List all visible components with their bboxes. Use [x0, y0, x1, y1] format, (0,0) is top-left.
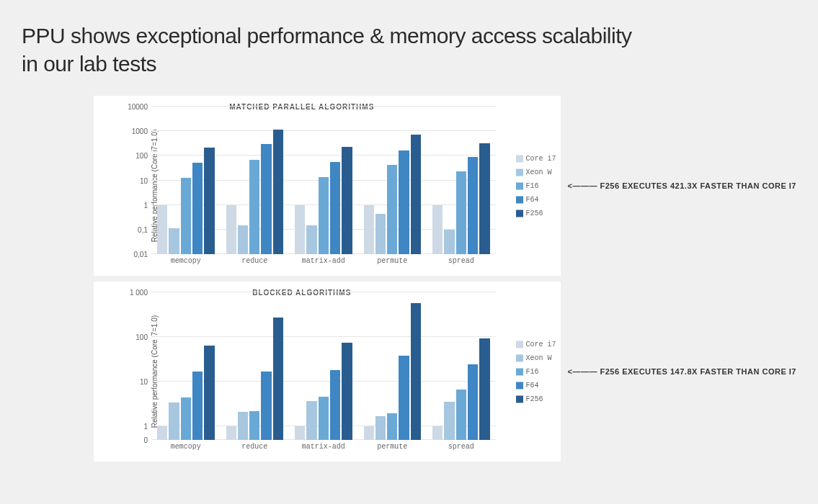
- bar: [468, 157, 478, 254]
- bar: [330, 370, 340, 440]
- legend: Core i7Xeon WF16F64F256: [516, 155, 556, 217]
- bar: [295, 205, 305, 254]
- x-tick-label: reduce: [221, 440, 290, 451]
- bar: [364, 205, 374, 254]
- legend-label: F256: [526, 210, 543, 217]
- bar-groups: memcopyreducematrix-addpermutespread: [151, 292, 496, 440]
- legend-item: F64: [516, 382, 556, 390]
- legend-swatch: [516, 168, 523, 176]
- legend-swatch: [516, 395, 523, 402]
- bar: [399, 150, 409, 254]
- chart-annotation: <——— F256 EXECUTES 421.3X FASTER THAN CO…: [568, 181, 796, 190]
- bar-groups: memcopyreducematrix-addpermutespread: [151, 107, 496, 254]
- legend-label: Core i7: [526, 341, 556, 348]
- bar-group: spread: [427, 292, 496, 440]
- bar: [444, 402, 454, 440]
- legend-label: Xeon W: [526, 354, 552, 362]
- bar: [479, 143, 489, 254]
- legend-swatch: [516, 210, 523, 217]
- y-tick-label: 1: [143, 201, 151, 209]
- y-tick-label: 1: [143, 423, 151, 431]
- bar: [261, 372, 271, 440]
- bar: [261, 144, 271, 254]
- bar: [468, 364, 478, 441]
- legend-label: F16: [526, 182, 539, 190]
- bar: [375, 214, 386, 254]
- bar: [192, 163, 203, 254]
- legend-label: F256: [526, 395, 543, 403]
- bar: [238, 225, 248, 254]
- bar: [238, 412, 248, 440]
- charts-container: MATCHED PARALLEL ALGORITHMSRelative perf…: [94, 96, 796, 462]
- bar: [249, 160, 259, 254]
- y-tick-label: 0,1: [138, 225, 151, 233]
- bar-group: reduce: [221, 107, 290, 254]
- bar-group: permute: [358, 292, 427, 440]
- y-tick-label: 1000: [132, 127, 151, 135]
- y-tick-label: 100: [135, 152, 151, 160]
- x-tick-label: spread: [427, 440, 496, 451]
- bar: [444, 230, 454, 254]
- x-tick-label: matrix-add: [289, 440, 358, 451]
- page-title: PPU shows exceptional performance & memo…: [22, 22, 796, 78]
- x-tick-label: permute: [358, 254, 427, 265]
- bar: [204, 346, 214, 440]
- bar: [169, 228, 179, 254]
- legend-swatch: [516, 196, 523, 203]
- bar: [273, 130, 283, 254]
- bar: [306, 401, 316, 440]
- bar: [432, 426, 443, 440]
- bar-group: matrix-add: [289, 292, 358, 440]
- bar: [249, 411, 259, 440]
- legend-item: Core i7: [516, 155, 556, 163]
- legend-swatch: [516, 354, 523, 361]
- bar: [319, 177, 329, 254]
- bar: [181, 397, 191, 440]
- bar-group: reduce: [221, 292, 290, 440]
- legend-item: Xeon W: [516, 168, 556, 176]
- bar: [456, 171, 466, 254]
- y-tick-label: 10: [140, 176, 151, 184]
- bar: [387, 413, 397, 440]
- chart-annotation: <——— F256 EXECUTES 147.8X FASTER THAN CO…: [568, 367, 796, 376]
- bar: [204, 148, 214, 254]
- x-tick-label: spread: [427, 254, 496, 265]
- plot-area: 01101001 000memcopyreducematrix-addpermu…: [151, 292, 496, 440]
- bar: [157, 205, 167, 254]
- legend-swatch: [516, 341, 523, 348]
- bar-group: spread: [427, 107, 496, 254]
- bar: [192, 372, 203, 440]
- chart-box: MATCHED PARALLEL ALGORITHMSRelative perf…: [94, 96, 561, 276]
- legend-label: F16: [526, 368, 539, 376]
- legend-label: Core i7: [526, 155, 556, 163]
- bar: [342, 147, 352, 254]
- bar: [330, 162, 340, 254]
- chart-row: BLOCKED ALGORITHMSRelative performance (…: [94, 282, 796, 462]
- y-tick-label: 0: [143, 436, 151, 444]
- legend: Core i7Xeon WF16F64F256: [516, 341, 556, 403]
- y-tick-label: 10000: [128, 103, 151, 111]
- legend-item: F16: [516, 368, 556, 376]
- bar: [364, 426, 374, 440]
- bar: [479, 338, 489, 441]
- legend-item: Core i7: [516, 341, 556, 348]
- legend-label: F64: [526, 196, 539, 204]
- plot-area: 0,010,1110100100010000memcopyreducematri…: [151, 107, 496, 254]
- bar: [411, 135, 421, 254]
- legend-swatch: [516, 368, 523, 375]
- title-line-2: in our lab tests: [22, 52, 156, 76]
- bar-group: matrix-add: [289, 107, 358, 254]
- chart-row: MATCHED PARALLEL ALGORITHMSRelative perf…: [94, 96, 796, 276]
- legend-swatch: [516, 182, 523, 189]
- chart-box: BLOCKED ALGORITHMSRelative performance (…: [94, 282, 561, 462]
- x-tick-label: memcopy: [151, 440, 221, 451]
- bar: [273, 318, 283, 440]
- bar: [169, 402, 179, 440]
- bar-group: memcopy: [151, 292, 221, 440]
- bar: [387, 165, 397, 254]
- y-tick-label: 0,01: [134, 251, 151, 258]
- bar: [342, 343, 352, 440]
- bar: [411, 303, 421, 440]
- bar: [226, 205, 236, 254]
- bar: [319, 397, 329, 440]
